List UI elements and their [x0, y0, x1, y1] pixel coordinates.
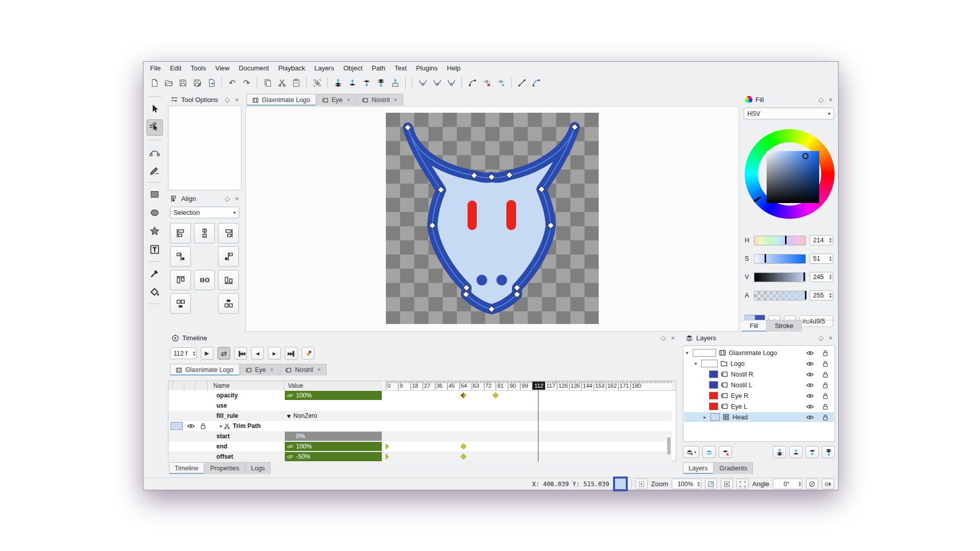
add-node-button[interactable]: [494, 76, 507, 89]
slider-marker[interactable]: [785, 236, 787, 244]
lock-icon[interactable]: [821, 392, 829, 399]
property-row-start[interactable]: start 0%: [168, 431, 383, 441]
edit-nodes-tool[interactable]: [146, 119, 163, 136]
menu-playback[interactable]: Playback: [274, 64, 310, 72]
close-panel-button[interactable]: ×: [235, 96, 239, 104]
go-last-frame-button[interactable]: ▶▶▌: [285, 347, 298, 360]
eye-icon[interactable]: [806, 403, 814, 410]
document-canvas[interactable]: [386, 113, 599, 324]
add-layer-button[interactable]: ▾: [683, 446, 699, 458]
keyframe-marker[interactable]: [460, 443, 467, 449]
eye-icon[interactable]: [806, 414, 814, 421]
open-document-button[interactable]: [162, 76, 175, 89]
timeline-scrollbar[interactable]: [667, 437, 671, 455]
saturation-slider[interactable]: [754, 254, 806, 264]
property-row-use[interactable]: use: [168, 400, 383, 411]
new-document-button[interactable]: [148, 76, 161, 89]
menu-layers[interactable]: Layers: [310, 64, 339, 72]
menu-plugins[interactable]: Plugins: [411, 64, 443, 72]
close-tab-icon[interactable]: ×: [394, 96, 398, 104]
text-tool[interactable]: [147, 242, 162, 257]
keyframe-track-area[interactable]: 0918273645546372819099117126135144153162…: [383, 381, 672, 462]
spin-down-icon[interactable]: ▾: [799, 484, 801, 487]
menu-tools[interactable]: Tools: [186, 64, 210, 72]
float-panel-button[interactable]: ◇: [660, 334, 666, 342]
color-model-select[interactable]: HSV ▾: [744, 108, 834, 119]
spin-down-icon[interactable]: ▾: [829, 259, 831, 262]
group-row-trim-path[interactable]: ▾ Trim Path: [168, 421, 383, 431]
close-tab-icon[interactable]: ×: [347, 96, 350, 104]
menu-edit[interactable]: Edit: [165, 64, 186, 72]
next-frame-button[interactable]: ▶: [268, 347, 281, 360]
alpha-slider[interactable]: [754, 291, 806, 300]
left-eye-shape[interactable]: [468, 201, 477, 230]
raise-button[interactable]: [346, 76, 359, 89]
canvas-viewport[interactable]: [246, 106, 739, 332]
layer-name[interactable]: Nostil R: [731, 371, 803, 378]
fill-tab[interactable]: Fill: [742, 320, 767, 332]
draw-bezier-tool[interactable]: [147, 144, 162, 160]
undo-button[interactable]: ↶: [226, 76, 239, 89]
frame-number-spinbox[interactable]: 112 f▴▾: [170, 347, 197, 359]
float-panel-button[interactable]: ◇: [225, 96, 230, 104]
duplicate-layer-button[interactable]: [702, 446, 716, 458]
property-value[interactable]: -50%: [285, 452, 382, 461]
hue-slider[interactable]: [754, 236, 806, 245]
eye-icon[interactable]: [806, 349, 814, 357]
property-value[interactable]: 100%: [285, 442, 382, 451]
layer-name[interactable]: Head: [732, 414, 803, 421]
caret-icon[interactable]: ▸: [702, 414, 708, 420]
track-offset[interactable]: [383, 452, 672, 462]
menu-help[interactable]: Help: [443, 64, 465, 72]
lock-icon[interactable]: [821, 360, 829, 367]
layer-row-nostil-l[interactable]: Nostil L: [684, 380, 834, 390]
draw-freehand-tool[interactable]: [147, 163, 162, 178]
lock-icon[interactable]: [821, 414, 829, 421]
layer-row-logo[interactable]: ▾ Logo: [684, 359, 834, 368]
layer-raise-to-top-button[interactable]: [773, 446, 786, 458]
close-tab-icon[interactable]: ×: [317, 366, 321, 373]
menu-document[interactable]: Document: [234, 64, 274, 72]
lock-icon[interactable]: [821, 349, 829, 357]
cut-button[interactable]: [275, 76, 288, 89]
align-top-button[interactable]: [170, 270, 191, 290]
copy-button[interactable]: [261, 76, 274, 89]
lock-icon[interactable]: [199, 422, 207, 430]
make-segment-line-button[interactable]: [515, 76, 528, 89]
right-nostril-shape[interactable]: [497, 275, 507, 286]
property-row-end[interactable]: end 100%: [168, 441, 383, 452]
layer-row-head[interactable]: ▸ Head: [684, 412, 834, 422]
timeline-tab-glaxnimate-logo[interactable]: Glaxnimate Logo: [170, 364, 239, 375]
saturation-spinbox[interactable]: 51▴▾: [810, 254, 833, 264]
tab-timeline[interactable]: Timeline: [169, 462, 204, 474]
delete-layer-button[interactable]: [719, 446, 732, 458]
track-opacity[interactable]: [383, 390, 672, 400]
wolf-head-artwork[interactable]: [386, 113, 599, 324]
stroke-tab[interactable]: Stroke: [767, 320, 802, 332]
zoom-spinbox[interactable]: 100%▴▾: [672, 479, 701, 489]
timeline-playhead[interactable]: [538, 390, 538, 462]
layer-color-box[interactable]: [709, 370, 718, 378]
export-button[interactable]: [205, 76, 218, 89]
layer-lower-button[interactable]: [805, 446, 819, 458]
current-style-swatch[interactable]: [613, 477, 628, 491]
layer-color-box[interactable]: [693, 349, 716, 357]
track-trim-path[interactable]: [383, 421, 672, 431]
menu-text[interactable]: Text: [390, 64, 411, 72]
keyframe-marker[interactable]: [383, 443, 389, 449]
spin-down-icon[interactable]: ▾: [698, 484, 700, 487]
menu-file[interactable]: File: [145, 64, 165, 72]
eye-icon[interactable]: [187, 422, 195, 430]
save-button[interactable]: [176, 76, 189, 89]
value-slider[interactable]: [754, 272, 806, 282]
tab-properties[interactable]: Properties: [205, 462, 245, 474]
layer-color-box[interactable]: [709, 392, 718, 399]
eye-icon[interactable]: [806, 382, 814, 389]
focus-selection-button[interactable]: [635, 479, 648, 489]
keyframe-marker[interactable]: [460, 454, 467, 460]
caret-icon[interactable]: ▾: [684, 350, 690, 356]
align-bottom-button[interactable]: [218, 270, 239, 290]
hue-spinbox[interactable]: 214▴▾: [810, 235, 833, 245]
document-tab-nostril[interactable]: Nostril ×: [356, 94, 403, 106]
rectangle-tool[interactable]: [147, 187, 162, 202]
